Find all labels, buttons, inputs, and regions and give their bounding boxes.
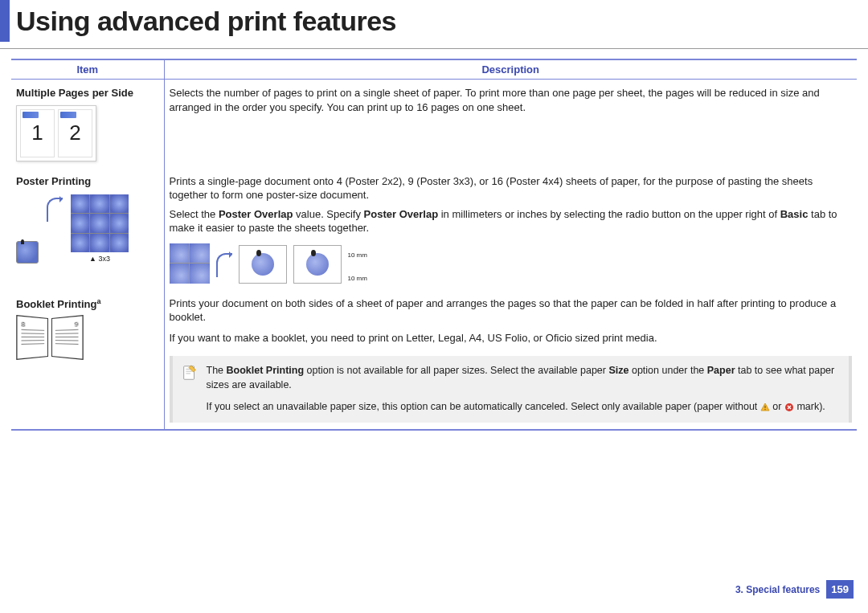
note-box: The Booklet Printing option is not avail… — [170, 356, 853, 423]
overlap-tile-icon — [293, 245, 342, 284]
item-label-booklet: Booklet Printinga — [16, 296, 159, 312]
poster-grid-icon — [71, 194, 129, 252]
multiple-pages-thumbnail: 1 2 — [16, 105, 159, 161]
poster-thumbnail: ▲ 3x3 — [16, 194, 159, 264]
title-accent — [0, 0, 10, 42]
feature-table: Item Description Multiple Pages per Side… — [11, 59, 857, 431]
booklet-thumbnail: 8 9 — [19, 318, 80, 362]
poster-caption: ▲ 3x3 — [71, 254, 129, 264]
dimension-label-bottom: 10 mm — [348, 275, 367, 284]
page-title: Using advanced print features — [16, 6, 396, 37]
table-row: Multiple Pages per Side 1 2 Selects the … — [11, 80, 857, 168]
note-paragraph-1: The Booklet Printing option is not avail… — [207, 364, 838, 392]
item-label-poster: Poster Printing — [16, 174, 159, 189]
cancel-circle-icon — [784, 403, 794, 412]
overlap-tile-icon — [239, 245, 287, 284]
arrow-icon — [216, 253, 232, 277]
column-header-description: Description — [164, 59, 857, 80]
poster-overlap-diagram: 10 mm 10 mm — [170, 243, 853, 284]
page-footer: 3. Special features 159 — [735, 580, 854, 599]
note-icon — [181, 364, 199, 382]
booklet-page-num: 8 — [22, 320, 26, 329]
title-bar: Using advanced print features — [0, 0, 868, 49]
description-poster-2: Select the Poster Overlap value. Specify… — [170, 207, 853, 235]
poster-small-icon — [16, 241, 39, 264]
table-row: Poster Printing ▲ 3x3 Prints a si — [11, 168, 857, 290]
column-header-item: Item — [11, 59, 164, 80]
svg-rect-1 — [764, 406, 765, 408]
svg-rect-2 — [764, 409, 765, 410]
poster-2x2-icon — [170, 243, 210, 284]
description-multiple-pages: Selects the number of pages to print on … — [170, 87, 820, 113]
footer-chapter: 3. Special features — [735, 584, 820, 595]
description-poster-1: Prints a single-page document onto 4 (Po… — [170, 174, 853, 202]
note-paragraph-2: If you select an unavailable paper size,… — [207, 400, 838, 415]
footer-page-number: 159 — [826, 580, 854, 599]
item-label-multiple-pages: Multiple Pages per Side — [16, 86, 159, 100]
thumb-page-number: 2 — [69, 119, 80, 147]
thumb-page-number: 1 — [31, 119, 43, 147]
description-booklet-2: If you want to make a booklet, you need … — [170, 331, 853, 345]
table-row: Booklet Printinga 8 9 Prints your docume… — [11, 290, 857, 430]
arrow-icon — [47, 198, 63, 222]
content-area: Item Description Multiple Pages per Side… — [0, 59, 868, 431]
warning-triangle-icon — [760, 403, 770, 412]
dimension-label-top: 10 mm — [348, 251, 367, 260]
description-booklet-1: Prints your document on both sides of a … — [170, 296, 853, 325]
booklet-page-num: 9 — [75, 320, 79, 329]
